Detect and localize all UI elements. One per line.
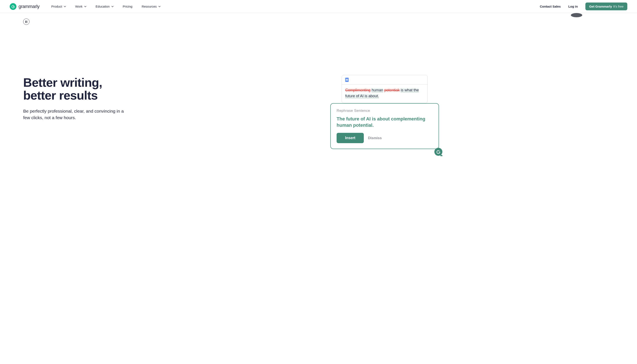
suggestion-actions: Insert Dismiss	[337, 133, 433, 143]
top-nav: grammarly Product Work Education Pricing…	[0, 0, 637, 13]
document-card-header	[342, 75, 427, 84]
get-grammarly-button[interactable]: Get Grammarly It's free	[585, 2, 627, 10]
chevron-down-icon	[84, 6, 86, 8]
hero-subtitle: Be perfectly professional, clear, and co…	[23, 108, 129, 121]
strikethrough-word: Complimenting	[345, 88, 371, 92]
nav-item-resources[interactable]: Resources	[142, 5, 161, 8]
hero-copy: Better writing, better results Be perfec…	[23, 13, 319, 173]
cta-sub-label: It's free	[613, 5, 623, 8]
grammarly-badge-icon[interactable]	[434, 148, 442, 156]
nav-item-label: Pricing	[123, 5, 133, 8]
nav-item-label: Resources	[142, 5, 157, 8]
login-link[interactable]: Log in	[568, 5, 578, 8]
primary-nav: Product Work Education Pricing Resources	[51, 5, 161, 8]
pause-icon	[26, 21, 27, 23]
logo[interactable]: grammarly	[10, 3, 40, 10]
hero-section: Better writing, better results Be perfec…	[0, 13, 637, 173]
nav-item-education[interactable]: Education	[96, 5, 114, 8]
dismiss-button[interactable]: Dismiss	[368, 136, 382, 140]
insert-button[interactable]: Insert	[337, 133, 364, 143]
cta-main-label: Get Grammarly	[589, 5, 612, 8]
hero-title: Better writing, better results	[23, 76, 319, 102]
suggestion-text: The future of AI is about complementing …	[337, 116, 433, 128]
logo-wordmark: grammarly	[19, 4, 40, 9]
nav-item-label: Product	[51, 5, 62, 8]
pause-animation-button[interactable]	[23, 18, 30, 25]
nav-item-label: Work	[75, 5, 83, 8]
chevron-down-icon	[112, 6, 114, 8]
chevron-down-icon	[158, 6, 161, 8]
strikethrough-word: potentiak	[384, 88, 400, 92]
nav-item-product[interactable]: Product	[51, 5, 66, 8]
nav-right: Contact Sales Log in Get Grammarly It's …	[540, 2, 627, 10]
document-text: Complimenting human potentiak is what th…	[342, 84, 427, 103]
hero-demo: Complimenting human potentiak is what th…	[319, 13, 614, 173]
highlight-word: human	[372, 88, 383, 92]
nav-item-pricing[interactable]: Pricing	[123, 5, 133, 8]
chevron-down-icon	[64, 6, 66, 8]
suggestion-card: Rephrase Sentence The future of AI is ab…	[330, 103, 439, 149]
contact-sales-link[interactable]: Contact Sales	[540, 5, 561, 8]
document-icon	[345, 78, 349, 82]
suggestion-type-label: Rephrase Sentence	[337, 109, 433, 113]
grammarly-logo-icon	[10, 3, 17, 10]
nav-item-label: Education	[96, 5, 110, 8]
document-card: Complimenting human potentiak is what th…	[342, 75, 428, 103]
nav-item-work[interactable]: Work	[75, 5, 86, 8]
